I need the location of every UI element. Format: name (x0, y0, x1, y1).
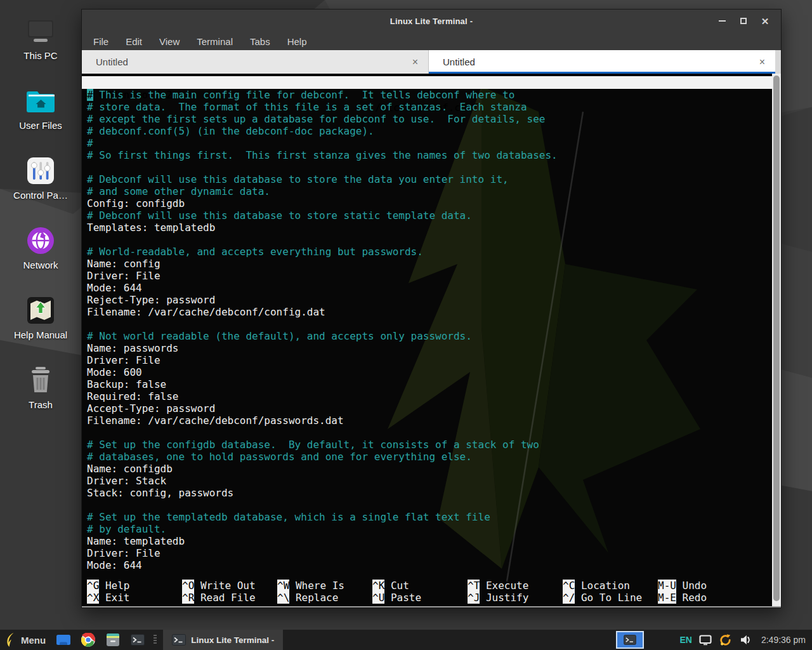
shortcut-key: ^O (182, 580, 194, 592)
shortcut[interactable]: ^T Execute (468, 580, 563, 592)
terminal-line: Driver: File (87, 354, 767, 366)
terminal-line: Driver: File (87, 270, 767, 282)
tab-close-icon[interactable]: × (405, 56, 418, 68)
title-bar[interactable]: Linux Lite Terminal - ✕ (82, 10, 781, 32)
minimize-button[interactable] (711, 10, 733, 32)
shortcut-key: ^/ (563, 592, 575, 604)
shortcut[interactable]: ^J Justify (468, 592, 563, 604)
user-files-icon (24, 86, 57, 116)
terminal-icon (172, 634, 186, 646)
shortcut-key: ^W (277, 580, 289, 592)
terminal-line: Templates: templatedb (87, 222, 767, 234)
desktop-background: This PCUser FilesControl Pa…NetworkHelp … (0, 0, 812, 650)
close-icon: ✕ (761, 17, 769, 26)
shortcut-key: M-E (658, 592, 676, 604)
shortcut[interactable]: ^C Location (563, 580, 658, 592)
taskbar-separator-handle[interactable] (154, 635, 157, 645)
desktop-icon-this-pc[interactable]: This PC (0, 17, 81, 61)
tab-label: Untitled (443, 56, 752, 67)
terminal-line: # Set up the templatedb database, which … (87, 511, 767, 523)
this-pc-icon (24, 17, 57, 46)
file-manager-icon (105, 633, 121, 647)
terminal-content[interactable]: GNU nano 7.2 /etc/debconf.conf # This is… (82, 74, 781, 607)
terminal-line: Driver: File (87, 547, 767, 559)
shortcut[interactable]: ^/ Go To Line (563, 592, 658, 604)
task-button-terminal[interactable]: Linux Lite Terminal - (163, 630, 283, 650)
maximize-button[interactable] (733, 10, 754, 32)
shortcut[interactable]: ^O Write Out (182, 580, 277, 592)
shortcut-column: ^C Location^/ Go To Line (563, 580, 658, 604)
shortcut-column: ^G Help^X Exit (87, 580, 182, 604)
terminal-line: Name: templatedb (87, 535, 767, 547)
menu-item-view[interactable]: View (159, 36, 180, 47)
shortcut[interactable]: ^G Help (87, 580, 182, 592)
terminal-line (87, 234, 767, 246)
shortcut[interactable]: ^X Exit (87, 592, 182, 604)
terminal-line: Required: false (87, 390, 767, 402)
shortcut-key: ^G (87, 580, 99, 592)
desktop-icon-trash[interactable]: Trash (0, 366, 81, 410)
control-panel-icon (24, 156, 57, 185)
desktop-icon-label: Network (0, 260, 81, 270)
window-title: Linux Lite Terminal - (390, 17, 473, 26)
show-desktop-button[interactable] (56, 633, 71, 646)
shortcut[interactable]: ^U Paste (372, 592, 468, 604)
terminal-line (87, 499, 767, 511)
menu-item-terminal[interactable]: Terminal (197, 36, 233, 47)
terminal-line: # This is the main config file for debco… (87, 89, 767, 101)
window-controls: ✕ (711, 10, 776, 32)
shortcut[interactable]: ^\ Replace (277, 592, 372, 604)
terminal-line: Reject-Type: password (87, 294, 767, 306)
linuxlite-feather-icon (5, 632, 16, 647)
maximize-icon (740, 18, 747, 24)
desktop-icon-label: This PC (0, 50, 81, 61)
tray-clock[interactable]: 2:49:36 pm (761, 635, 806, 645)
menu-item-edit[interactable]: Edit (126, 36, 142, 47)
terminal-launcher[interactable] (131, 634, 145, 646)
terminal-lines[interactable]: # This is the main config file for debco… (87, 89, 767, 571)
terminal-icon (624, 635, 636, 645)
scrollbar[interactable] (772, 74, 781, 606)
terminal-line (87, 427, 767, 439)
tray-updates-button[interactable] (719, 633, 732, 647)
tab-1[interactable]: Untitled× (82, 50, 429, 74)
terminal-line: # (87, 137, 767, 149)
menu-item-file[interactable]: File (93, 36, 108, 47)
tray-terminal-indicator[interactable] (616, 631, 644, 649)
menu-button[interactable] (5, 632, 16, 647)
shortcut-column: ^T Execute^J Justify (468, 580, 563, 604)
tab-2[interactable]: Untitled× (429, 50, 775, 74)
shortcut[interactable]: ^K Cut (372, 580, 468, 592)
task-button-label: Linux Lite Terminal - (191, 635, 274, 645)
menu-button-label[interactable]: Menu (21, 635, 46, 646)
terminal-line: # store data. The format of this file is… (87, 101, 767, 113)
terminal-line: Accept-Type: password (87, 402, 767, 415)
shortcut[interactable]: ^W Where Is (277, 580, 372, 592)
tray-volume-button[interactable] (739, 634, 752, 646)
nano-title-bar: GNU nano 7.2 /etc/debconf.conf (82, 76, 772, 89)
desktop-icon-control-panel[interactable]: Control Pa… (0, 156, 81, 201)
shortcut-key: M-U (658, 580, 676, 592)
terminal-line: # Not world readable (the default), and … (87, 330, 767, 342)
shortcut-key: ^R (182, 592, 194, 604)
shortcut[interactable]: M-E Redo (658, 592, 753, 604)
speaker-icon (739, 634, 752, 646)
chrome-launcher[interactable] (81, 633, 95, 647)
shortcut[interactable]: ^R Read File (182, 592, 277, 604)
terminal-line: # World-readable, and accepts everything… (87, 246, 767, 258)
scrollbar-thumb[interactable] (773, 76, 780, 601)
desktop-icon-help-manual[interactable]: Help Manual (0, 296, 81, 340)
tray-display-button[interactable] (699, 635, 712, 646)
close-button[interactable]: ✕ (754, 10, 776, 32)
tab-close-icon[interactable]: × (752, 56, 765, 68)
menu-item-tabs[interactable]: Tabs (250, 36, 270, 47)
desktop-icon-user-files[interactable]: User Files (0, 86, 81, 131)
desktop-icon-network[interactable]: Network (0, 226, 81, 270)
menu-item-help[interactable]: Help (287, 36, 307, 47)
shortcut[interactable]: M-U Undo (658, 580, 753, 592)
tray-language-indicator[interactable]: EN (679, 635, 691, 645)
desktop-icons: This PCUser FilesControl Pa…NetworkHelp … (0, 0, 81, 630)
file-manager-launcher[interactable] (105, 633, 121, 647)
network-icon (24, 226, 57, 255)
minimize-icon (719, 20, 726, 22)
